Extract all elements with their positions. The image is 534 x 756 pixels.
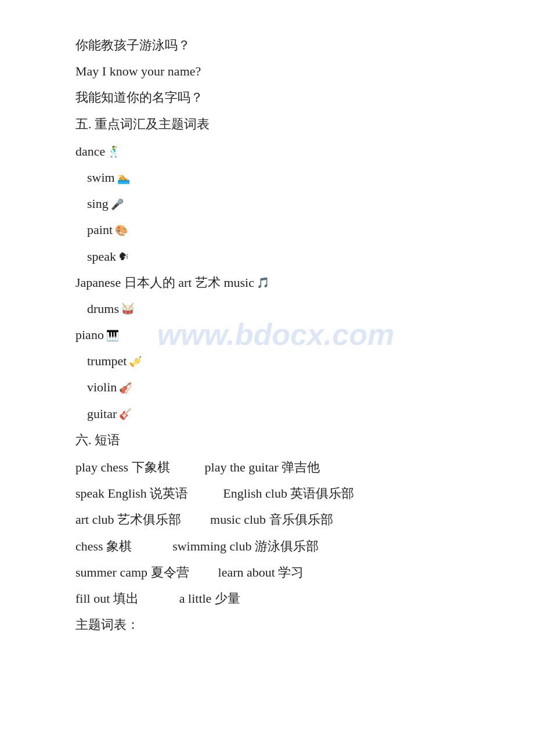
line-teach-swim: 你能教孩子游泳吗？ [75,35,476,55]
section-vocab-header: 五. 重点词汇及主题词表 [75,114,476,134]
dance-icon: 🕺 [107,143,122,159]
text-teach-swim: 你能教孩子游泳吗？ [75,35,190,55]
phrase-a-little: a little 少量 [179,588,240,609]
line-know-name-cn: 我能知道你的名字吗？ [75,87,476,107]
line-dance: dance 🕺 [75,141,476,161]
text-theme-label: 主题词表： [75,614,139,635]
text-guitar: guitar [87,404,117,424]
line-violin: violin 🎻 [87,377,476,397]
phrase-row-1: play chess 下象棋 play the guitar 弹吉他 [75,457,476,477]
phrase-art-club: art club 艺术俱乐部 [75,509,181,530]
paint-icon: 🎨 [115,222,130,237]
phrase-row-5: summer camp 夏令营 learn about 学习 [75,562,476,582]
text-trumpet: trumpet [87,351,127,371]
text-section-phrases: 六. 短语 [75,430,120,450]
text-speak: speak [87,246,116,267]
violin-icon: 🎻 [119,380,134,395]
section-phrases-header: 六. 短语 [75,430,476,450]
phrase-music-club: music club 音乐俱乐部 [210,509,333,530]
text-may-i-know: May I know your name? [75,61,201,81]
text-know-name-cn: 我能知道你的名字吗？ [75,87,203,107]
text-sing: sing [87,193,109,214]
phrase-row-2: speak English 说英语 English club 英语俱乐部 [75,483,476,503]
phrase-row-4: chess 象棋 swimming club 游泳俱乐部 [75,536,476,556]
phrase-speak-english: speak English 说英语 [75,483,188,503]
text-swim: swim [87,167,115,188]
line-sing: sing 🎤 [87,193,476,214]
phrase-play-chess: play chess 下象棋 [75,457,170,477]
phrase-chess: chess 象棋 [75,536,132,556]
speak-icon: 🗣 [118,249,134,264]
sing-icon: 🎤 [111,196,126,211]
music-icon: 🎵 [257,275,272,290]
text-japanese-art-music: Japanese 日本人的 art 艺术 music [75,272,254,293]
line-japanese-art-music: Japanese 日本人的 art 艺术 music 🎵 [75,272,476,293]
text-drums: drums [87,298,119,319]
swim-icon: 🏊 [117,170,132,185]
trumpet-icon: 🎺 [129,354,144,369]
phrase-fill-out: fill out 填出 [75,588,139,609]
line-drums: drums 🥁 [87,298,476,319]
footer-theme-label: 主题词表： [75,614,476,635]
line-paint: paint 🎨 [87,219,476,240]
line-guitar: guitar 🎸 [87,404,476,424]
text-violin: violin [87,377,117,397]
phrase-play-guitar: play the guitar 弹吉他 [205,457,320,477]
phrase-swimming-club: swimming club 游泳俱乐部 [172,536,319,556]
text-section-vocab: 五. 重点词汇及主题词表 [75,114,210,134]
drums-icon: 🥁 [121,301,136,316]
line-piano: piano 🎹 [75,325,476,345]
text-paint: paint [87,219,113,240]
guitar-icon: 🎸 [119,406,134,421]
line-may-i-know: May I know your name? [75,61,476,81]
piano-icon: 🎹 [106,327,121,343]
phrase-row-6: fill out 填出 a little 少量 [75,588,476,609]
phrase-summer-camp: summer camp 夏令营 [75,562,189,582]
line-swim: swim 🏊 [87,167,476,188]
text-piano: piano [75,325,104,345]
phrase-row-3: art club 艺术俱乐部 music club 音乐俱乐部 [75,509,476,530]
text-dance: dance [75,141,105,161]
phrase-learn-about: learn about 学习 [218,562,304,582]
line-trumpet: trumpet 🎺 [87,351,476,371]
phrase-english-club: English club 英语俱乐部 [223,483,354,503]
line-speak: speak 🗣 [87,246,476,267]
